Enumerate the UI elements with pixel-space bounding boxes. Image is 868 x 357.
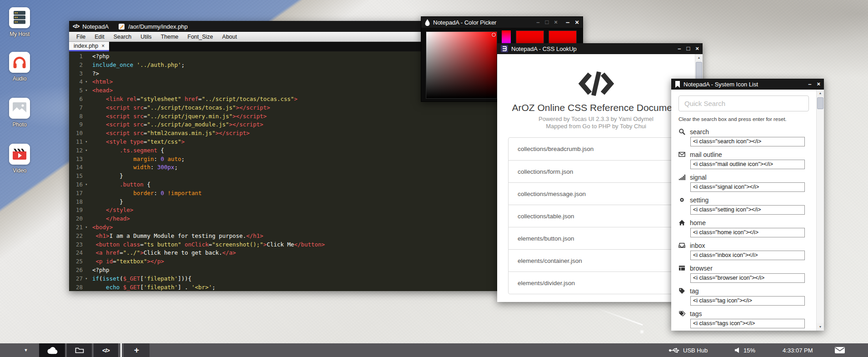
scroll-down-icon[interactable]: ▼ [817, 323, 824, 331]
minimize-button[interactable]: – [566, 17, 569, 28]
line-number[interactable]: 5▾ [69, 86, 90, 95]
menu-item-file[interactable]: File [72, 32, 90, 42]
lookup-item[interactable]: elements/container.json [509, 249, 691, 272]
taskbar-volume-status[interactable]: 15% [734, 343, 755, 357]
code-line[interactable]: 13 margin: 0 auto; [69, 155, 501, 164]
scrollbar[interactable]: ▲ ▼ [816, 90, 824, 331]
close-icon[interactable]: × [554, 17, 558, 28]
code-line[interactable]: 21▾<body> [69, 223, 501, 232]
menu-item-font_size[interactable]: Font_Size [183, 32, 218, 42]
desktop-icon-photo[interactable]: Photo [0, 98, 39, 128]
icon-code-box[interactable]: <i class="tag icon"></i> [690, 296, 805, 306]
code-line[interactable]: 25 <p id="textbox"></p> [69, 257, 501, 266]
tab-index-php[interactable]: index.php × [69, 42, 109, 51]
line-number[interactable]: 24 [69, 249, 90, 257]
line-number[interactable]: 10 [69, 129, 90, 138]
code-line[interactable]: 16▾ .button { [69, 181, 501, 189]
line-number[interactable]: 14 [69, 163, 90, 172]
line-number[interactable]: 26 [69, 266, 90, 275]
icon-code-box[interactable]: <i class="signal icon"></i> [690, 182, 805, 192]
icon-code-box[interactable]: <i class="setting icon"></i> [690, 205, 805, 215]
line-number[interactable]: 11▾ [69, 138, 90, 146]
code-line[interactable]: 7 <script src="../script/tocas/tocas.js"… [69, 104, 501, 112]
line-number[interactable]: 4▾ [69, 78, 90, 86]
menu-item-about[interactable]: About [218, 32, 242, 42]
desktop-icon-my-host[interactable]: My Host [0, 7, 39, 37]
code-line[interactable]: 14 width: 300px; [69, 163, 501, 172]
line-number[interactable]: 13 [69, 155, 90, 164]
menu-item-utils[interactable]: Utils [136, 32, 156, 42]
code-line[interactable]: 10 <script src="html2canvas.min.js"></sc… [69, 129, 501, 138]
icon-code-box[interactable]: <i class="browser icon"></i> [690, 273, 805, 283]
line-number[interactable]: 23 [69, 241, 90, 249]
scrollbar-thumb[interactable] [817, 97, 823, 109]
close-button[interactable]: × [575, 17, 579, 28]
saturation-value-picker[interactable] [426, 31, 497, 99]
line-number[interactable]: 15 [69, 172, 90, 181]
menu-item-edit[interactable]: Edit [90, 32, 109, 42]
minimize-icon[interactable]: – [536, 17, 539, 28]
css-lookup-titlebar[interactable]: NotepadA - CSS LookUp – □ × [497, 43, 703, 54]
desktop-icon-video[interactable]: Video [0, 144, 39, 174]
lookup-item[interactable]: collections/breadcrumb.json [509, 138, 691, 160]
line-number[interactable]: 18 [69, 198, 90, 206]
line-number[interactable]: 12▾ [69, 146, 90, 155]
taskbar-chevron-button[interactable]: ▼ [19, 343, 33, 357]
scroll-up-icon[interactable]: ▲ [695, 54, 703, 61]
code-line[interactable]: 15 } [69, 172, 501, 181]
minimize-button[interactable]: – [678, 43, 681, 54]
line-number[interactable]: 22 [69, 232, 90, 241]
code-line[interactable]: 17 border: 0 !important [69, 189, 501, 198]
code-line[interactable]: 9 <script src="../script/ao_module.js"><… [69, 121, 501, 129]
lookup-item[interactable]: collections/message.json [509, 182, 691, 205]
system-icon-list-titlebar[interactable]: NotepadA - System Icon List – × [671, 79, 824, 90]
code-line[interactable]: 12▾ .ts.segment { [69, 146, 501, 155]
maximize-icon[interactable]: □ [545, 17, 549, 28]
code-line[interactable]: 23 <button class="ts button" onClick="sc… [69, 241, 501, 249]
taskbar-folder-button[interactable] [67, 343, 92, 357]
line-number[interactable]: 19 [69, 206, 90, 215]
lookup-item[interactable]: elements/divider.json [509, 272, 691, 294]
tab-close-icon[interactable]: × [101, 43, 105, 49]
line-number[interactable]: 6 [69, 95, 90, 104]
code-line[interactable]: 8 <script src="../script/jquery.min.js">… [69, 112, 501, 121]
code-line[interactable]: 27▾if(isset($_GET['filepath'])){ [69, 275, 501, 283]
taskbar-add-button[interactable]: + [124, 343, 150, 357]
icon-code-box[interactable]: <i class="inbox icon"></i> [690, 251, 805, 260]
line-number[interactable]: 1 [69, 52, 90, 61]
close-button[interactable]: × [817, 79, 820, 90]
icon-code-box[interactable]: <i class="tags icon"></i> [690, 319, 805, 328]
taskbar-cloud-button[interactable] [39, 343, 65, 357]
lookup-item[interactable]: collections/table.json [509, 205, 691, 227]
maximize-button[interactable]: □ [687, 43, 690, 54]
taskbar-messages-button[interactable] [835, 343, 845, 357]
line-number[interactable]: 27▾ [69, 275, 90, 283]
code-line[interactable]: 28 echo $_GET['filepath'] . '<br>'; [69, 283, 501, 291]
line-number[interactable]: 21▾ [69, 223, 90, 232]
line-number[interactable]: 17 [69, 189, 90, 198]
icon-code-box[interactable]: <i class="search icon"></i> [690, 137, 805, 146]
code-line[interactable]: 20 </head> [69, 215, 501, 223]
minimize-button[interactable]: – [808, 79, 811, 90]
menu-item-theme[interactable]: Theme [156, 32, 183, 42]
line-number[interactable]: 16▾ [69, 181, 90, 189]
scroll-up-icon[interactable]: ▲ [817, 90, 824, 97]
close-button[interactable]: × [695, 43, 699, 54]
code-line[interactable]: 18 } [69, 198, 501, 206]
desktop-icon-audio[interactable]: Audio [0, 52, 39, 82]
line-number[interactable]: 9 [69, 121, 90, 129]
line-number[interactable]: 28 [69, 283, 90, 291]
code-line[interactable]: 26<?php [69, 266, 501, 275]
line-number[interactable]: 2 [69, 61, 90, 70]
code-line[interactable]: 24 <a href="../">Click here to get back.… [69, 249, 501, 257]
line-number[interactable]: 25 [69, 257, 90, 266]
code-line[interactable]: 11▾ <style type="text/css"> [69, 138, 501, 146]
line-number[interactable]: 8 [69, 112, 90, 121]
code-line[interactable]: 19 </style> [69, 206, 501, 215]
lookup-item[interactable]: elements/button.json [509, 227, 691, 249]
quick-search-input[interactable] [678, 96, 809, 111]
icon-code-box[interactable]: <i class="mail outline icon"></i> [690, 160, 805, 169]
taskbar-clock[interactable]: 4:33:07 PM [783, 343, 813, 357]
taskbar-code-button[interactable]: </> [94, 343, 118, 357]
code-line[interactable]: 22 <h1>I am a Dummy Module for testing p… [69, 232, 501, 241]
